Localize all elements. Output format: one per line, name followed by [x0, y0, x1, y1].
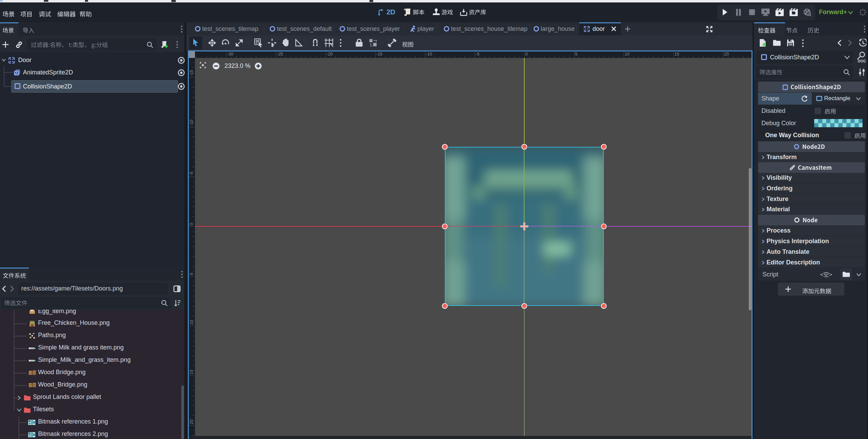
svg-text:20: 20 [189, 419, 194, 424]
svg-text:-20: -20 [327, 52, 333, 57]
svg-text:DOC: DOC [858, 59, 866, 63]
svg-text:-5: -5 [476, 52, 479, 57]
svg-text:15: 15 [189, 370, 194, 375]
svg-text:10: 10 [625, 52, 629, 57]
svg-text:10: 10 [189, 320, 194, 325]
svg-text:5: 5 [575, 52, 577, 57]
svg-text:-25: -25 [277, 52, 283, 57]
svg-text:5: 5 [189, 273, 194, 275]
svg-text:15: 15 [674, 52, 679, 57]
svg-text:-30: -30 [227, 52, 233, 57]
svg-text:-15: -15 [376, 52, 382, 57]
svg-text:-5: -5 [189, 172, 194, 176]
svg-text:0: 0 [189, 223, 194, 225]
svg-text:20: 20 [724, 52, 729, 57]
svg-text:-10: -10 [189, 120, 194, 126]
svg-text:-10: -10 [426, 52, 432, 57]
svg-text:0: 0 [525, 52, 528, 57]
svg-text:-15: -15 [189, 70, 194, 76]
